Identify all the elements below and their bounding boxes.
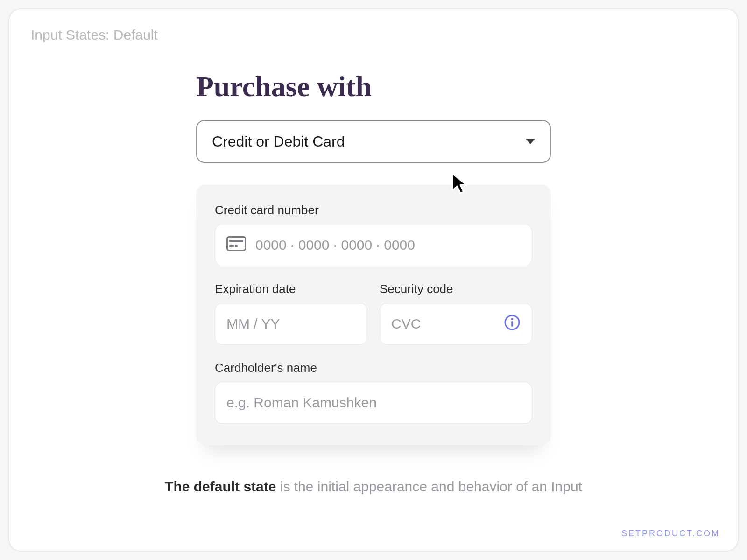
- expiry-label: Expiration date: [215, 282, 367, 296]
- caption-bold: The default state: [165, 479, 276, 494]
- card-details-panel: Credit card number Expiration date: [196, 184, 551, 445]
- cardholder-name-input-wrapper: [215, 382, 532, 424]
- cvc-input-wrapper: [380, 303, 532, 345]
- dropdown-selected-label: Credit or Debit Card: [212, 133, 345, 150]
- cvc-label: Security code: [380, 282, 532, 296]
- frame: Input States: Default Purchase with Cred…: [9, 9, 738, 551]
- svg-rect-3: [229, 240, 243, 242]
- svg-rect-2: [235, 245, 238, 247]
- card-number-input[interactable]: [255, 237, 521, 253]
- page-subtitle: Input States: Default: [31, 27, 158, 43]
- chevron-down-icon: [526, 139, 535, 144]
- payment-method-dropdown[interactable]: Credit or Debit Card: [196, 120, 551, 163]
- caption: The default state is the initial appeara…: [9, 479, 738, 495]
- card-number-input-wrapper: [215, 224, 532, 266]
- card-number-label: Credit card number: [215, 203, 532, 217]
- svg-rect-1: [229, 245, 234, 247]
- expiry-input[interactable]: [226, 316, 356, 332]
- page-title: Purchase with: [196, 70, 556, 103]
- svg-point-6: [511, 318, 513, 320]
- cvc-input[interactable]: [391, 316, 498, 332]
- cardholder-name-input[interactable]: [226, 395, 521, 411]
- cardholder-name-label: Cardholder's name: [215, 361, 532, 375]
- svg-rect-5: [511, 321, 513, 327]
- expiry-input-wrapper: [215, 303, 367, 345]
- svg-rect-0: [227, 237, 246, 250]
- watermark: SETPRODUCT.COM: [621, 529, 720, 539]
- credit-card-icon: [226, 236, 246, 254]
- caption-rest: is the initial appearance and behavior o…: [276, 479, 582, 494]
- content: Purchase with Credit or Debit Card Credi…: [196, 70, 556, 445]
- info-icon[interactable]: [504, 314, 521, 334]
